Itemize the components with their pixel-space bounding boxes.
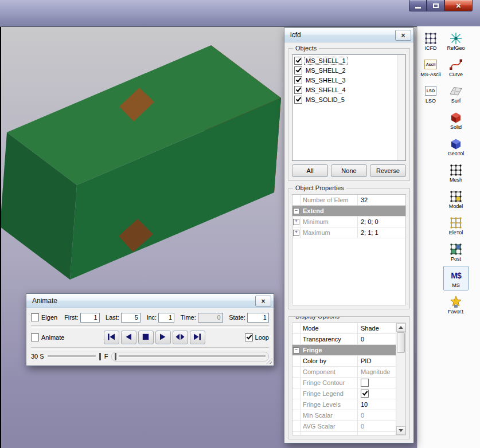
minimize-button[interactable] [409, 0, 427, 11]
loop-checkbox[interactable] [245, 333, 253, 341]
scroll-down-button[interactable] [396, 426, 405, 435]
ms-shell-1-checkbox[interactable] [294, 57, 302, 65]
reverse-button[interactable]: Reverse [370, 164, 406, 177]
tool-model[interactable]: Model [443, 187, 469, 211]
tool-curve[interactable]: Curve [443, 55, 469, 80]
tool-label: Surf [451, 98, 461, 104]
speed-slider-handle[interactable] [99, 353, 101, 360]
property-row[interactable]: Fringe Levels10 [292, 399, 396, 410]
time-input[interactable] [198, 313, 223, 323]
property-value[interactable]: 32 [358, 197, 405, 203]
property-group-row[interactable]: −Extend [292, 206, 405, 217]
last-frame-button[interactable] [190, 331, 205, 344]
ms-shell-2-checkbox[interactable] [294, 66, 302, 74]
animate-checkbox[interactable] [31, 333, 39, 341]
ms-shell-3-checkbox[interactable] [294, 76, 302, 84]
tool-label: Favor1 [448, 309, 464, 315]
property-row[interactable]: Color byPID [292, 356, 396, 367]
property-row[interactable]: Fringe Legend [292, 388, 396, 399]
ms-solid-5-checkbox[interactable] [294, 96, 302, 104]
object-list-item[interactable]: MS_SHELL_1 [293, 56, 396, 65]
tool-post[interactable]: Post [443, 239, 469, 264]
object-list-item[interactable]: MS_SHELL_3 [293, 75, 396, 85]
animate-label: Animate [41, 334, 64, 341]
last-input[interactable] [121, 313, 141, 323]
window-titlebar[interactable] [0, 0, 480, 27]
state-slider-groove [119, 355, 266, 357]
property-label: AVG Scalar [301, 421, 358, 431]
tool-lso[interactable]: LSOLSO [418, 81, 443, 106]
eigen-checkbox[interactable] [31, 313, 39, 321]
fringe-contour-checkbox[interactable] [361, 379, 369, 387]
fringe-legend-checkbox[interactable] [361, 390, 369, 398]
tool-eletol[interactable]: EleTol [443, 213, 469, 238]
tool-ms-ascii[interactable]: AsciiMS-Ascii [418, 55, 443, 80]
play-both-directions-button[interactable] [173, 331, 188, 344]
tool-ms[interactable]: M$MS [443, 266, 469, 290]
tool-geotol[interactable]: GeoTol [443, 134, 469, 159]
property-value[interactable]: 2; 0; 0 [358, 218, 405, 225]
tool-favor1[interactable]: Favor1 [443, 292, 469, 317]
property-row[interactable]: ModeShade [292, 323, 396, 334]
tool-refgeo[interactable]: RefGeo [443, 29, 469, 53]
collapse-icon[interactable]: − [293, 347, 299, 353]
property-row[interactable]: Fringe Contour [292, 378, 396, 388]
window-controls [409, 0, 473, 11]
tool-mesh[interactable]: Mesh [443, 160, 469, 185]
tool-solid[interactable]: Solid [443, 108, 469, 132]
display-options-scrollbar[interactable] [396, 323, 405, 435]
expander-cell [292, 195, 301, 205]
property-row[interactable]: AVG Scalar0 [292, 421, 396, 432]
property-value[interactable]: 0 [358, 423, 396, 430]
property-row[interactable]: +Maximum2; 1; 1 [292, 227, 405, 238]
property-group-row[interactable]: −Fringe [292, 345, 396, 356]
play-forward-button[interactable] [155, 331, 171, 344]
tool-surf[interactable]: Surf [443, 81, 469, 106]
property-value[interactable]: 0 [358, 336, 396, 343]
property-value[interactable]: 2; 1; 1 [358, 229, 405, 236]
icfd-dialog-titlebar[interactable]: icfd [284, 28, 413, 42]
property-row[interactable]: +Minimum2; 0; 0 [292, 217, 405, 227]
inc-input[interactable] [158, 313, 174, 323]
close-window-button[interactable] [444, 0, 473, 11]
close-dialog-button[interactable] [395, 30, 411, 41]
close-dialog-button[interactable] [255, 296, 271, 306]
first-frame-button[interactable] [104, 331, 119, 344]
objects-list[interactable]: MS_SHELL_1MS_SHELL_2MS_SHELL_3MS_SHELL_4… [292, 54, 406, 161]
scrollbar-track[interactable] [396, 353, 405, 426]
property-value[interactable]: PID [358, 357, 396, 364]
animate-dialog-titlebar[interactable]: Animate [26, 294, 274, 308]
state-slider-handle[interactable] [115, 353, 116, 360]
scrollbar-thumb[interactable] [397, 332, 405, 353]
property-row[interactable]: Number of Elem32 [292, 195, 405, 206]
object-list-item[interactable]: MS_SHELL_2 [293, 65, 396, 75]
property-value[interactable]: 0 [358, 412, 396, 419]
toolbar-column-1: ICFDAsciiMS-AsciiLSOLSO [418, 29, 443, 108]
ms-shell-4-checkbox[interactable] [294, 86, 302, 94]
property-row[interactable]: Min Scalar0 [292, 410, 396, 421]
divider [31, 325, 269, 328]
object-list-item[interactable]: MS_SHELL_4 [293, 85, 396, 95]
speed-slider[interactable] [48, 355, 96, 357]
property-row[interactable]: Max Scalar [292, 432, 396, 435]
object-list-item[interactable]: MS_SOLID_5 [293, 95, 396, 104]
expand-icon[interactable]: + [293, 219, 299, 225]
property-value[interactable]: Magnitude [358, 368, 396, 375]
none-button[interactable]: None [331, 164, 367, 177]
stop-button[interactable] [138, 331, 154, 344]
scroll-up-button[interactable] [396, 323, 405, 332]
property-value[interactable]: 10 [358, 401, 396, 408]
play-backward-button[interactable] [121, 331, 136, 344]
all-button[interactable]: All [292, 164, 328, 177]
expand-icon[interactable]: + [293, 230, 299, 236]
first-input[interactable] [80, 313, 100, 323]
property-value[interactable]: Shade [358, 325, 396, 332]
property-row[interactable]: Transparency0 [292, 334, 396, 345]
state-slider[interactable] [111, 352, 269, 361]
maximize-button[interactable] [427, 0, 444, 11]
state-input[interactable] [247, 313, 269, 323]
property-row[interactable]: ComponentMagnitude [292, 367, 396, 378]
collapse-icon[interactable]: − [293, 208, 299, 214]
list-scrollbar[interactable] [397, 55, 405, 160]
tool-icfd[interactable]: ICFD [418, 29, 443, 53]
